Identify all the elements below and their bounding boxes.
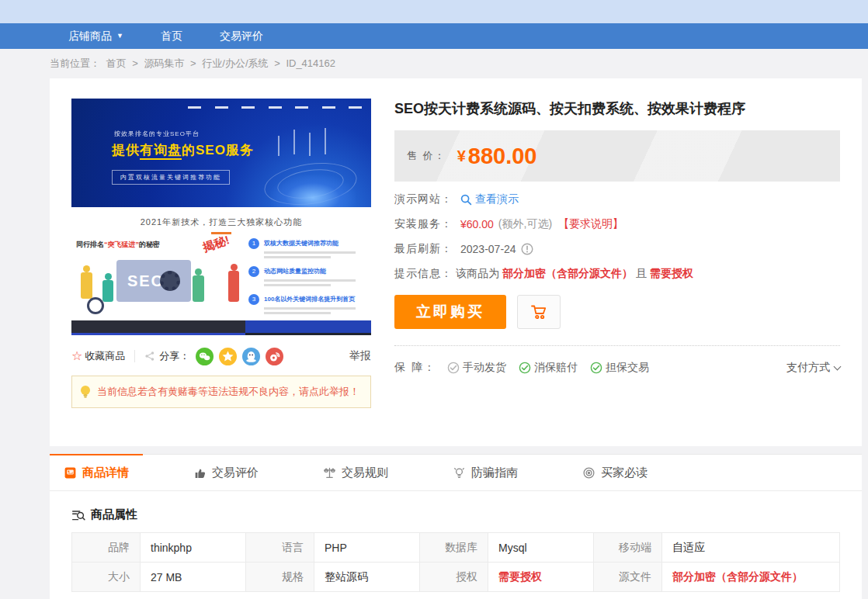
illustration-figure [102, 280, 113, 302]
attr-label-language: 语言 [246, 533, 314, 563]
product-media-column: 按效果排名的专业SEO平台 提供有询盘的SEO服务 内置双核流量关键词推荐功能 … [71, 99, 371, 408]
favorite-label: 收藏商品 [85, 349, 125, 363]
banner-illustration: 同行排名“突飞猛进”的秘密 揭秘! SEO [76, 240, 245, 314]
attributes-section-title: 商品属性 [91, 507, 137, 522]
attr-label-authorization: 授权 [420, 563, 488, 592]
guarantee-escrow-trade: 担保交易 [590, 361, 649, 375]
attr-label-source-files: 源文件 [594, 563, 662, 592]
illustration-stamp: 揭秘! [201, 233, 231, 255]
breadcrumb-prefix: 当前位置： [50, 57, 100, 69]
qq-share-icon[interactable] [242, 348, 260, 365]
breadcrumb: 当前位置： 首页 > 源码集市 > 行业/办公/系统 > ID_414162 [50, 49, 339, 78]
tab-trade-rules[interactable]: 交易规则 [309, 454, 402, 490]
notice-encryption-badge: 部分加密（含部分源文件） [502, 267, 633, 281]
social-share-icons [196, 348, 283, 365]
attr-label-size: 大小 [72, 563, 141, 592]
notice-label: 提示信息： [394, 267, 453, 281]
guarantee-manual-shipping: 手动发货 [447, 361, 506, 375]
requirement-note-link[interactable]: 【要求说明】 [558, 217, 623, 231]
attr-value-source-files: 部分加密（含部分源文件） [662, 563, 840, 592]
nav-item-reviews[interactable]: 交易评价 [201, 23, 282, 49]
feature-number-badge: 1 [248, 238, 259, 249]
install-note: (额外,可选) [498, 217, 552, 231]
illustration-clock [87, 297, 104, 314]
banner-section-title: 2021年新技术，打造三大独家核心功能 [71, 207, 371, 228]
illustration-figure [81, 272, 92, 299]
tab-trade-reviews[interactable]: 交易评价 [179, 454, 273, 490]
warning-text: 当前信息若含有黄赌毒等违法违规不良内容，请点此举报！ [97, 385, 359, 399]
nav-item-shop-products[interactable]: 店铺商品 ▼ [50, 23, 142, 49]
star-icon: ☆ [71, 350, 82, 362]
check-circle-green-icon [590, 362, 602, 374]
bulb-outline-icon [453, 466, 466, 480]
feature-item: 2 动态网站质量监控功能 [248, 266, 365, 286]
product-image[interactable]: 按效果排名的专业SEO平台 提供有询盘的SEO服务 内置双核流量关键词推荐功能 … [71, 99, 371, 335]
nav-item-label: 店铺商品 [68, 23, 112, 49]
breadcrumb-category[interactable]: 行业/办公/系统 [202, 57, 268, 69]
attr-value-authorization: 需要授权 [488, 563, 594, 592]
banner-headline: 提供有询盘的SEO服务 [112, 141, 254, 159]
attr-value-brand: thinkphp [141, 533, 246, 563]
bulb-icon [79, 385, 92, 399]
breadcrumb-home[interactable]: 首页 [106, 57, 127, 69]
view-demo-link[interactable]: 查看演示 [460, 192, 519, 206]
target-icon [582, 466, 595, 480]
banner-vertical-bar [325, 128, 326, 154]
tab-anti-fraud-guide[interactable]: 防骗指南 [439, 454, 532, 490]
add-to-cart-button[interactable] [517, 295, 561, 329]
attr-value-language: PHP [314, 533, 420, 563]
guarantee-label: 保 障： [394, 361, 436, 375]
notice-authorization-badge: 需要授权 [650, 267, 693, 281]
breadcrumb-separator: > [132, 57, 138, 69]
price-currency: ¥ [457, 147, 466, 165]
breadcrumb-separator: > [190, 57, 196, 69]
illustration-figure [228, 271, 239, 302]
banner-headline-part: 提供 [112, 143, 140, 158]
divider [134, 350, 135, 362]
install-label: 安装服务： [394, 217, 453, 231]
buy-now-button[interactable]: 立即购买 [394, 295, 506, 329]
attr-value-spec: 整站源码 [314, 563, 420, 592]
illegal-content-report-banner[interactable]: 当前信息若含有黄赌毒等违法违规不良内容，请点此举报！ [71, 376, 371, 408]
feature-item: 3 100名以外关键词排名提升到首页 [248, 294, 365, 314]
share-row: ☆ 收藏商品 分享： 举报 [71, 346, 371, 366]
nav-item-home[interactable]: 首页 [142, 23, 201, 49]
attributes-section-header: 商品属性 [71, 507, 862, 522]
breadcrumb-market[interactable]: 源码集市 [144, 57, 184, 69]
nav-item-label: 交易评价 [220, 23, 263, 49]
refresh-label: 最后刷新： [394, 242, 453, 256]
feature-title: 动态网站质量监控功能 [264, 266, 365, 277]
cart-icon [529, 303, 549, 321]
attr-value-size: 27 MB [141, 563, 246, 592]
tab-buyer-must-read[interactable]: 买家必读 [568, 454, 661, 490]
check-circle-gray-icon [447, 362, 460, 374]
notice-row: 提示信息： 该商品为 部分加密（含部分源文件） 且 需要授权 [394, 267, 840, 281]
wechat-share-icon[interactable] [196, 348, 214, 365]
table-row: 大小 27 MB 规格 整站源码 授权 需要授权 源文件 部分加密（含部分源文件… [72, 563, 840, 592]
weibo-share-icon[interactable] [266, 348, 283, 365]
feature-title: 100名以外关键词排名提升到首页 [264, 294, 365, 305]
magnifier-icon [460, 194, 472, 206]
install-service-row: 安装服务： ¥60.00 (额外,可选) 【要求说明】 [394, 217, 840, 231]
tab-product-details[interactable]: 商品详情 [50, 454, 143, 490]
report-link[interactable]: 举报 [349, 349, 371, 363]
attr-value-database: Mysql [488, 533, 594, 563]
purchase-actions: 立即购买 [394, 295, 840, 329]
info-tooltip-icon[interactable] [521, 243, 533, 255]
banner-badge: 内置双核流量关键词推荐功能 [112, 170, 230, 185]
favorite-button[interactable]: ☆ 收藏商品 [71, 349, 125, 363]
main-nav: 店铺商品 ▼ 首页 交易评价 [0, 23, 868, 49]
qzone-share-icon[interactable] [219, 348, 237, 365]
thumbs-up-icon [193, 466, 207, 480]
feature-number-badge: 3 [248, 294, 259, 305]
install-price: ¥60.00 [460, 218, 494, 230]
table-row: 品牌 thinkphp 语言 PHP 数据库 Mysql 移动端 自适应 [72, 533, 840, 563]
payment-methods-toggle[interactable]: 支付方式 [786, 361, 840, 375]
chevron-down-icon: ▼ [116, 23, 123, 49]
share-icon [144, 351, 155, 362]
notice-text: 该商品为 [456, 267, 499, 281]
price-label: 售 价： [407, 149, 446, 163]
banner-headline-underlined: 有询盘 [140, 143, 182, 160]
guarantee-row: 保 障： 手动发货 消保赔付 担保交易 支付方式 [394, 361, 840, 375]
gear-icon [160, 271, 180, 291]
